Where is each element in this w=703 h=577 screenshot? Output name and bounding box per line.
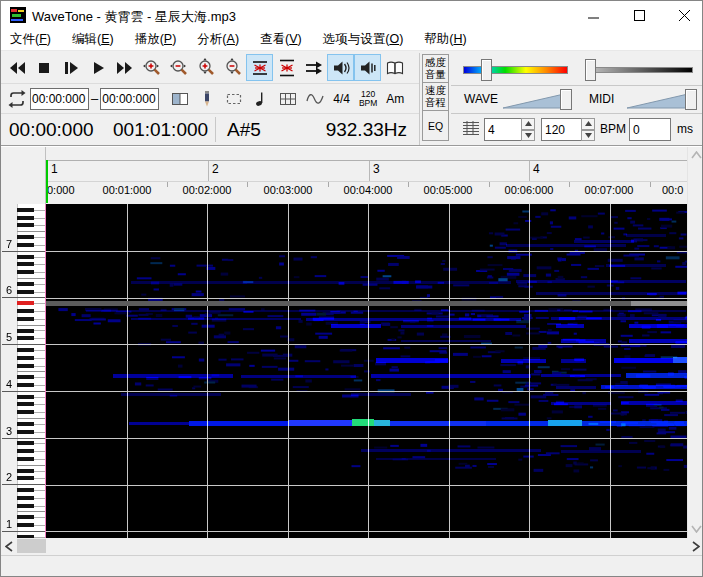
- gray-scale-slider-thumb[interactable]: [585, 59, 596, 81]
- status-readout: 00:00:000 001:01:000 A#5 932.33Hz: [1, 114, 419, 145]
- zoom-in-vertical-button[interactable]: [192, 54, 219, 81]
- menu-f[interactable]: 文件(F): [1, 28, 63, 51]
- measure-number: 2: [212, 162, 219, 176]
- wave-volume-wedge[interactable]: [503, 92, 565, 110]
- tab-eq[interactable]: EQ: [422, 110, 449, 141]
- maximize-icon: [634, 10, 645, 21]
- tab-label: 音量: [423, 68, 448, 80]
- follow-playback-button[interactable]: [300, 54, 327, 81]
- beats-per-measure-input[interactable]: [484, 118, 522, 141]
- beats-down-button[interactable]: [521, 130, 535, 142]
- midi-volume-wedge[interactable]: [627, 92, 689, 110]
- loop-range-button[interactable]: [3, 85, 30, 112]
- manual-book-button[interactable]: [381, 54, 408, 81]
- spectrum-color-slider-thumb[interactable]: [481, 59, 492, 81]
- chevron-right-icon[interactable]: [692, 541, 700, 552]
- menu-v[interactable]: 查看(V): [251, 28, 314, 51]
- menu-h[interactable]: 帮助(H): [415, 28, 478, 51]
- piano-keyboard[interactable]: [2, 204, 46, 538]
- menu-e[interactable]: 编辑(E): [63, 28, 126, 51]
- ms-label: ms: [677, 122, 693, 136]
- time-label: 00:05:000: [424, 184, 473, 196]
- wave-volume-thumb[interactable]: [560, 89, 572, 110]
- loop-end-field[interactable]: [100, 88, 159, 110]
- time-label: 00:07:000: [585, 184, 634, 196]
- pencil-edit-button[interactable]: [193, 85, 220, 112]
- menubar: 文件(F)编辑(E)播放(P)分析(A)查看(V)选项与设置(O)帮助(H): [1, 29, 703, 51]
- chevron-up-icon[interactable]: [691, 151, 702, 159]
- maximize-button[interactable]: [619, 1, 659, 29]
- second-tick: [569, 182, 570, 187]
- stop-icon: [34, 58, 54, 78]
- wave-volume-label: WAVE: [464, 92, 498, 106]
- tab-label: EQ: [423, 120, 448, 132]
- tempo-input[interactable]: [541, 118, 582, 141]
- tempo-down-button[interactable]: [581, 130, 595, 142]
- frequency-readout: 932.33Hz: [317, 119, 407, 141]
- step-play-button[interactable]: [57, 54, 84, 81]
- time-label: 00:02:000: [183, 184, 232, 196]
- menu-p[interactable]: 播放(P): [126, 28, 189, 51]
- second-tick: [247, 182, 248, 187]
- tab-label: 音程: [423, 96, 448, 108]
- selection-rect-icon: [224, 89, 244, 109]
- minimize-button[interactable]: [573, 1, 613, 29]
- main-view: 12340:00000:01:00000:02:00000:03:00000:0…: [1, 147, 703, 555]
- zoom-in-vertical-icon: [196, 58, 216, 78]
- compress-rows-button[interactable]: [246, 54, 273, 81]
- measure-number: 1: [51, 162, 58, 176]
- zoom-in-horizontal-button[interactable]: [138, 54, 165, 81]
- gray-scale-slider-track[interactable]: [593, 67, 693, 73]
- offset-ms-input[interactable]: [629, 118, 671, 141]
- waveform-view-button[interactable]: [301, 85, 328, 112]
- play-icon: [88, 58, 108, 78]
- tempo-display[interactable]: 120BPM: [359, 90, 377, 107]
- horizontal-scrollbar[interactable]: [1, 538, 703, 554]
- wave-audio-output-button[interactable]: [327, 54, 354, 81]
- tab-label: 速度: [423, 84, 448, 96]
- chevron-left-icon[interactable]: [5, 541, 13, 552]
- key-signature-display[interactable]: Am: [386, 92, 404, 106]
- spectrogram-canvas[interactable]: [46, 204, 687, 538]
- selection-rect-button[interactable]: [220, 85, 247, 112]
- playhead-cursor[interactable]: [46, 160, 48, 203]
- zoom-out-vertical-button[interactable]: [219, 54, 246, 81]
- midi-audio-output-button[interactable]: [354, 54, 381, 81]
- tab-sensitivity-volume[interactable]: 感度 音量: [422, 54, 449, 83]
- loop-start-field[interactable]: [30, 88, 89, 110]
- titlebar[interactable]: WaveTone - 黄霄雲 - 星辰大海.mp3: [1, 1, 703, 29]
- expand-rows-button[interactable]: [273, 54, 300, 81]
- beats-up-button[interactable]: [521, 118, 535, 130]
- transport-toolbar: [3, 54, 408, 82]
- toolbar: –4/4120BPMAm 00:00:000 001:01:000 A#5 93…: [1, 51, 703, 146]
- spin-down-icon: [585, 133, 592, 138]
- second-tick: [408, 182, 409, 187]
- measure-tick: [208, 161, 209, 181]
- compress-rows-icon: [250, 58, 270, 78]
- close-button[interactable]: [664, 1, 703, 29]
- chevron-down-icon[interactable]: [691, 525, 702, 533]
- menu-a[interactable]: 分析(A): [188, 28, 251, 51]
- grid-table-button[interactable]: [274, 85, 301, 112]
- wavetone-window: WaveTone - 黄霄雲 - 星辰大海.mp3 文件(F)编辑(E)播放(P…: [0, 0, 703, 577]
- menu-o[interactable]: 选项与设置(O): [314, 28, 416, 51]
- stop-button[interactable]: [30, 54, 57, 81]
- spectrum-color-slider-track[interactable]: [463, 66, 568, 74]
- midi-volume-label: MIDI: [589, 92, 614, 106]
- split-view-button[interactable]: [166, 85, 193, 112]
- fast-forward-button[interactable]: [111, 54, 138, 81]
- tempo-up-button[interactable]: [581, 118, 595, 130]
- scrollbar-thumb[interactable]: [17, 539, 46, 553]
- time-signature-display[interactable]: 4/4: [333, 92, 350, 106]
- wave-audio-output-icon: [331, 58, 351, 78]
- midi-volume-thumb[interactable]: [685, 89, 697, 110]
- spin-up-icon: [585, 121, 592, 126]
- time-label: 00:04:000: [344, 184, 393, 196]
- rewind-button[interactable]: [3, 54, 30, 81]
- tab-speed-pitch[interactable]: 速度 音程: [422, 82, 449, 111]
- play-button[interactable]: [84, 54, 111, 81]
- zoom-out-horizontal-button[interactable]: [165, 54, 192, 81]
- split-view-icon: [170, 89, 190, 109]
- note-input-button[interactable]: [247, 85, 274, 112]
- vertical-scrollbar[interactable]: [687, 147, 703, 538]
